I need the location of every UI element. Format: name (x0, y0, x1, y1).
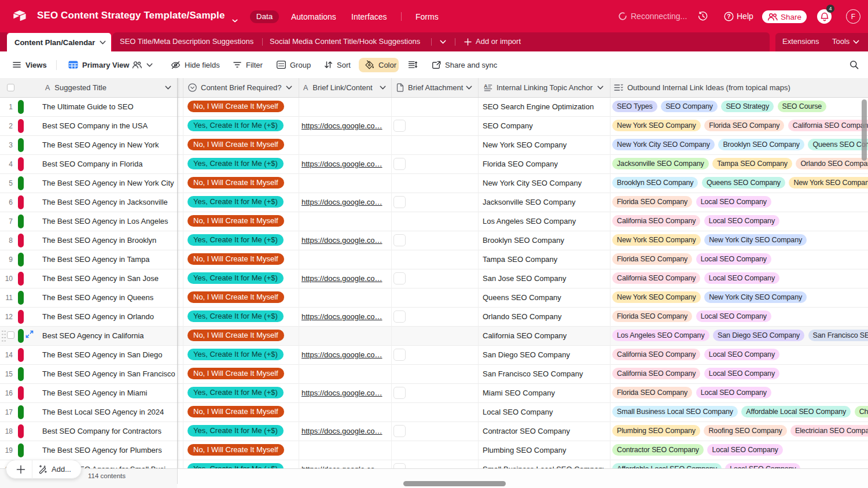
svg-text:A: A (484, 84, 487, 89)
svg-text:?: ? (727, 13, 730, 20)
